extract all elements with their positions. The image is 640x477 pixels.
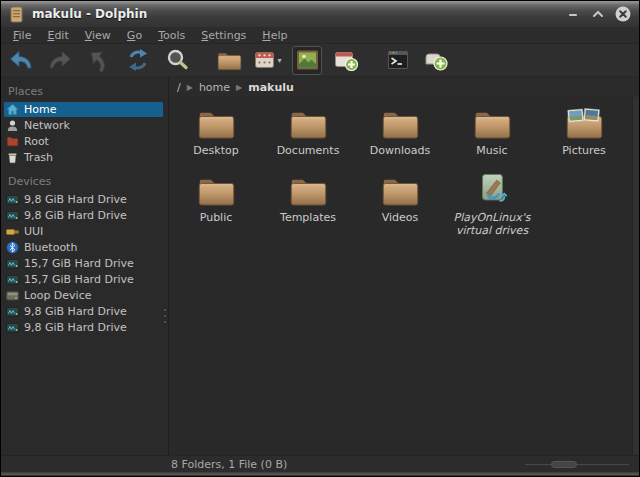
file-public[interactable]: Public xyxy=(170,171,262,238)
reload-button[interactable] xyxy=(123,46,153,75)
file-label: Documents xyxy=(277,144,340,157)
file-label: Pictures xyxy=(562,144,606,157)
zoom-slider-handle[interactable] xyxy=(551,461,577,468)
icon-view-mode-icon xyxy=(254,50,276,71)
split-view-button[interactable] xyxy=(331,46,361,75)
breadcrumb-arrow-icon: ▶ xyxy=(236,83,242,92)
split-view-icon xyxy=(334,49,359,72)
folder-icon xyxy=(380,174,421,208)
menu-help-mnemonic: H xyxy=(262,29,270,42)
up-icon xyxy=(86,48,112,72)
breadcrumb: / ▶ home ▶ makulu xyxy=(169,77,639,97)
place-trash[interactable]: Trash xyxy=(4,150,163,165)
menu-settings[interactable]: Settings xyxy=(193,29,254,42)
place-network[interactable]: Network xyxy=(4,118,163,133)
find-button[interactable] xyxy=(162,46,192,75)
preview-toggle-button[interactable] xyxy=(292,46,322,75)
folder-button[interactable] xyxy=(214,46,244,75)
minimize-button[interactable] xyxy=(565,6,581,22)
hard-drive-icon xyxy=(6,305,19,318)
minimize-icon xyxy=(567,8,579,20)
place-label: Root xyxy=(24,135,49,148)
device-label: 9,8 GiB Hard Drive xyxy=(24,193,127,206)
find-icon xyxy=(165,48,189,72)
device-label: 15,7 GiB Hard Drive xyxy=(24,257,134,270)
back-button[interactable] xyxy=(6,46,36,75)
hard-drive-icon xyxy=(6,321,19,334)
hard-drive-icon xyxy=(6,193,19,206)
file-playonlinux-virtual-drives[interactable]: PlayOnLinux's virtual drives xyxy=(446,171,538,238)
file-documents[interactable]: Documents xyxy=(262,104,354,171)
menu-go[interactable]: Go xyxy=(119,29,150,42)
place-label: Network xyxy=(24,119,70,132)
folder-icon xyxy=(216,49,243,72)
usb-drive-icon xyxy=(6,225,19,238)
status-summary: 8 Folders, 1 File (0 B) xyxy=(171,458,525,471)
terminal-button[interactable] xyxy=(383,46,413,75)
file-downloads[interactable]: Downloads xyxy=(354,104,446,171)
file-label: Templates xyxy=(280,211,336,224)
device-hard-drive-3[interactable]: 15,7 GiB Hard Drive xyxy=(4,256,163,271)
file-desktop[interactable]: Desktop xyxy=(170,104,262,171)
breadcrumb-root[interactable]: / xyxy=(175,81,183,94)
device-hard-drive-4[interactable]: 15,7 GiB Hard Drive xyxy=(4,272,163,287)
up-button[interactable] xyxy=(84,46,114,75)
terminal-icon xyxy=(386,49,410,71)
menu-tools-label: ools xyxy=(163,29,185,42)
device-bluetooth[interactable]: Bluetooth xyxy=(4,240,163,255)
panel-splitter-handle[interactable] xyxy=(164,309,166,323)
place-root[interactable]: Root xyxy=(4,134,163,149)
file-label: Music xyxy=(476,144,507,157)
vertical-scrollbar[interactable] xyxy=(632,97,639,455)
menu-edit[interactable]: Edit xyxy=(39,29,76,42)
device-hard-drive-6[interactable]: 9,8 GiB Hard Drive xyxy=(4,320,163,335)
breadcrumb-makulu[interactable]: makulu xyxy=(246,81,296,94)
device-hard-drive-2[interactable]: 9,8 GiB Hard Drive xyxy=(4,208,163,223)
place-label: Trash xyxy=(24,151,53,164)
icon-view-mode-button[interactable]: ▾ xyxy=(253,46,283,75)
file-pictures[interactable]: Pictures xyxy=(538,104,630,171)
file-templates[interactable]: Templates xyxy=(262,171,354,238)
maximize-button[interactable] xyxy=(590,6,606,22)
menu-help[interactable]: Help xyxy=(254,29,295,42)
menu-tools[interactable]: Tools xyxy=(150,29,193,42)
device-loop[interactable]: Loop Device xyxy=(4,288,163,303)
places-header: Places xyxy=(1,81,168,102)
device-label: 9,8 GiB Hard Drive xyxy=(24,305,127,318)
folder-icon xyxy=(196,107,237,141)
network-icon xyxy=(6,119,19,132)
title-bar[interactable]: makulu - Dolphin xyxy=(1,1,639,27)
breadcrumb-home[interactable]: home xyxy=(197,81,232,94)
devices-header: Devices xyxy=(1,171,168,192)
folder-icon xyxy=(196,174,237,208)
file-videos[interactable]: Videos xyxy=(354,171,446,238)
folder-view[interactable]: Desktop Documents xyxy=(169,97,639,455)
new-tab-button[interactable] xyxy=(422,46,452,75)
close-button[interactable] xyxy=(615,6,631,22)
device-hard-drive-5[interactable]: 9,8 GiB Hard Drive xyxy=(4,304,163,319)
file-label: PlayOnLinux's virtual drives xyxy=(448,211,536,237)
place-home[interactable]: Home xyxy=(4,102,163,117)
menu-view-label: iew xyxy=(92,29,111,42)
pictures-folder-icon xyxy=(564,107,605,141)
file-music[interactable]: Music xyxy=(446,104,538,171)
zoom-slider[interactable] xyxy=(525,456,629,472)
hard-drive-icon xyxy=(6,273,19,286)
reload-icon xyxy=(126,48,150,72)
root-folder-icon xyxy=(6,135,19,148)
breadcrumb-arrow-icon: ▶ xyxy=(187,83,193,92)
device-uui[interactable]: UUI xyxy=(4,224,163,239)
place-label: Home xyxy=(24,103,56,116)
forward-button[interactable] xyxy=(45,46,75,75)
close-icon xyxy=(615,6,631,22)
folder-icon xyxy=(288,174,329,208)
playonlinux-shortcut-icon xyxy=(475,173,509,208)
menu-view-mnemonic: V xyxy=(85,29,92,42)
device-hard-drive-1[interactable]: 9,8 GiB Hard Drive xyxy=(4,192,163,207)
trash-icon xyxy=(6,151,19,164)
menu-file[interactable]: File xyxy=(5,29,39,42)
menu-view[interactable]: View xyxy=(77,29,119,42)
device-label: 9,8 GiB Hard Drive xyxy=(24,209,127,222)
menu-help-label: elp xyxy=(271,29,288,42)
new-tab-icon xyxy=(424,49,450,72)
